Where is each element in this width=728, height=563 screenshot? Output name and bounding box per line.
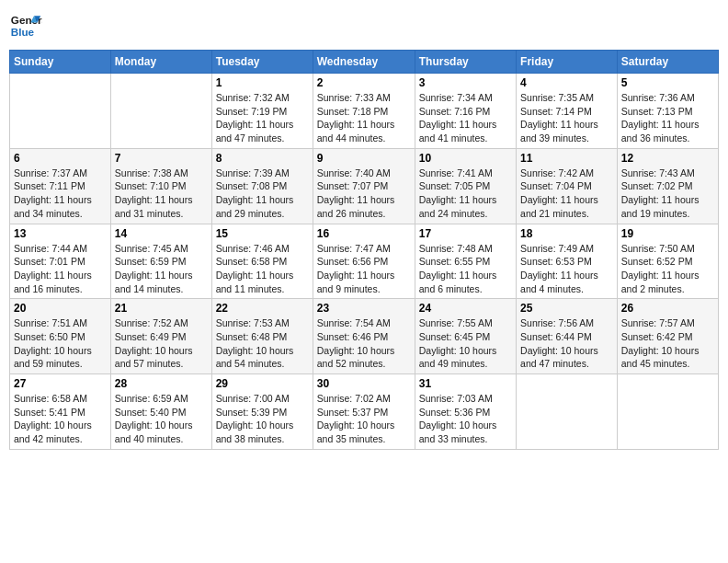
day-info: Sunrise: 6:58 AMSunset: 5:41 PMDaylight:… [14, 392, 107, 446]
day-info: Sunrise: 7:00 AMSunset: 5:39 PMDaylight:… [216, 392, 309, 446]
calendar-cell: 30 Sunrise: 7:02 AMSunset: 5:37 PMDaylig… [313, 374, 415, 450]
day-info: Sunrise: 7:46 AMSunset: 6:58 PMDaylight:… [216, 242, 309, 296]
day-info: Sunrise: 7:34 AMSunset: 7:16 PMDaylight:… [419, 91, 512, 145]
day-info: Sunrise: 7:02 AMSunset: 5:37 PMDaylight:… [317, 392, 411, 446]
calendar-cell: 21 Sunrise: 7:52 AMSunset: 6:49 PMDaylig… [110, 299, 211, 374]
day-info: Sunrise: 7:50 AMSunset: 6:52 PMDaylight:… [621, 242, 714, 296]
day-info: Sunrise: 7:53 AMSunset: 6:48 PMDaylight:… [216, 316, 309, 371]
calendar-week-4: 20 Sunrise: 7:51 AMSunset: 6:50 PMDaylig… [10, 299, 719, 374]
day-number: 26 [621, 302, 714, 315]
day-number: 3 [419, 76, 512, 89]
day-header-sunday: Sunday [10, 51, 111, 74]
calendar-cell [517, 374, 618, 450]
day-info: Sunrise: 7:51 AMSunset: 6:50 PMDaylight:… [14, 316, 107, 371]
day-number: 22 [216, 302, 309, 315]
day-info: Sunrise: 6:59 AMSunset: 5:40 PMDaylight:… [115, 392, 208, 446]
day-number: 14 [115, 227, 208, 240]
calendar-cell: 4 Sunrise: 7:35 AMSunset: 7:14 PMDayligh… [517, 74, 618, 149]
calendar-week-5: 27 Sunrise: 6:58 AMSunset: 5:41 PMDaylig… [10, 374, 719, 450]
calendar-cell: 28 Sunrise: 6:59 AMSunset: 5:40 PMDaylig… [110, 374, 211, 450]
calendar-cell: 1 Sunrise: 7:32 AMSunset: 7:19 PMDayligh… [211, 74, 313, 149]
day-header-saturday: Saturday [617, 51, 718, 74]
logo: General Blue [9, 9, 42, 42]
calendar-week-2: 6 Sunrise: 7:37 AMSunset: 7:11 PMDayligh… [10, 148, 719, 224]
day-header-thursday: Thursday [415, 51, 516, 74]
day-info: Sunrise: 7:45 AMSunset: 6:59 PMDaylight:… [115, 242, 208, 296]
day-number: 4 [520, 76, 613, 89]
day-info: Sunrise: 7:57 AMSunset: 6:42 PMDaylight:… [621, 316, 714, 371]
calendar-cell: 20 Sunrise: 7:51 AMSunset: 6:50 PMDaylig… [10, 299, 111, 374]
day-info: Sunrise: 7:44 AMSunset: 7:01 PMDaylight:… [14, 242, 107, 296]
day-info: Sunrise: 7:47 AMSunset: 6:56 PMDaylight:… [317, 242, 411, 296]
day-info: Sunrise: 7:32 AMSunset: 7:19 PMDaylight:… [216, 91, 309, 145]
day-number: 19 [621, 227, 714, 240]
calendar-cell: 24 Sunrise: 7:55 AMSunset: 6:45 PMDaylig… [415, 299, 516, 374]
day-number: 29 [216, 377, 309, 390]
calendar-cell: 19 Sunrise: 7:50 AMSunset: 6:52 PMDaylig… [617, 224, 718, 299]
day-info: Sunrise: 7:48 AMSunset: 6:55 PMDaylight:… [419, 242, 512, 296]
page-header: General Blue [9, 9, 719, 42]
day-header-friday: Friday [517, 51, 618, 74]
calendar-cell [617, 374, 718, 450]
day-number: 13 [14, 227, 107, 240]
calendar-cell: 12 Sunrise: 7:43 AMSunset: 7:02 PMDaylig… [617, 148, 718, 224]
day-number: 6 [14, 152, 107, 165]
calendar-cell: 8 Sunrise: 7:39 AMSunset: 7:08 PMDayligh… [211, 148, 313, 224]
calendar-cell: 14 Sunrise: 7:45 AMSunset: 6:59 PMDaylig… [110, 224, 211, 299]
calendar-cell: 17 Sunrise: 7:48 AMSunset: 6:55 PMDaylig… [415, 224, 516, 299]
calendar-cell: 6 Sunrise: 7:37 AMSunset: 7:11 PMDayligh… [10, 148, 111, 224]
day-number: 31 [419, 377, 512, 390]
day-number: 28 [115, 377, 208, 390]
day-info: Sunrise: 7:33 AMSunset: 7:18 PMDaylight:… [317, 91, 411, 145]
calendar-cell: 13 Sunrise: 7:44 AMSunset: 7:01 PMDaylig… [10, 224, 111, 299]
day-number: 11 [520, 152, 613, 165]
day-number: 9 [317, 152, 411, 165]
day-header-tuesday: Tuesday [211, 51, 313, 74]
day-number: 5 [621, 76, 714, 89]
calendar-cell: 9 Sunrise: 7:40 AMSunset: 7:07 PMDayligh… [313, 148, 415, 224]
calendar-cell: 18 Sunrise: 7:49 AMSunset: 6:53 PMDaylig… [517, 224, 618, 299]
calendar-cell [110, 74, 211, 149]
calendar-cell: 25 Sunrise: 7:56 AMSunset: 6:44 PMDaylig… [517, 299, 618, 374]
day-number: 2 [317, 76, 411, 89]
calendar-cell: 26 Sunrise: 7:57 AMSunset: 6:42 PMDaylig… [617, 299, 718, 374]
calendar-cell: 11 Sunrise: 7:42 AMSunset: 7:04 PMDaylig… [517, 148, 618, 224]
day-number: 1 [216, 76, 309, 89]
calendar-week-1: 1 Sunrise: 7:32 AMSunset: 7:19 PMDayligh… [10, 74, 719, 149]
day-number: 16 [317, 227, 411, 240]
calendar-cell: 16 Sunrise: 7:47 AMSunset: 6:56 PMDaylig… [313, 224, 415, 299]
day-info: Sunrise: 7:41 AMSunset: 7:05 PMDaylight:… [419, 167, 512, 221]
calendar-table: SundayMondayTuesdayWednesdayThursdayFrid… [9, 50, 719, 450]
day-number: 17 [419, 227, 512, 240]
day-number: 18 [520, 227, 613, 240]
calendar-cell: 31 Sunrise: 7:03 AMSunset: 5:36 PMDaylig… [415, 374, 516, 450]
day-info: Sunrise: 7:49 AMSunset: 6:53 PMDaylight:… [520, 242, 613, 296]
day-info: Sunrise: 7:03 AMSunset: 5:36 PMDaylight:… [419, 392, 512, 446]
calendar-cell: 22 Sunrise: 7:53 AMSunset: 6:48 PMDaylig… [211, 299, 313, 374]
day-info: Sunrise: 7:38 AMSunset: 7:10 PMDaylight:… [115, 167, 208, 221]
day-number: 21 [115, 302, 208, 315]
calendar-cell: 3 Sunrise: 7:34 AMSunset: 7:16 PMDayligh… [415, 74, 516, 149]
calendar-cell [10, 74, 111, 149]
day-number: 10 [419, 152, 512, 165]
day-info: Sunrise: 7:36 AMSunset: 7:13 PMDaylight:… [621, 91, 714, 145]
logo-icon: General Blue [9, 9, 42, 42]
day-number: 24 [419, 302, 512, 315]
calendar-cell: 5 Sunrise: 7:36 AMSunset: 7:13 PMDayligh… [617, 74, 718, 149]
day-number: 27 [14, 377, 107, 390]
day-number: 12 [621, 152, 714, 165]
calendar-cell: 29 Sunrise: 7:00 AMSunset: 5:39 PMDaylig… [211, 374, 313, 450]
day-number: 8 [216, 152, 309, 165]
calendar-cell: 15 Sunrise: 7:46 AMSunset: 6:58 PMDaylig… [211, 224, 313, 299]
day-header-monday: Monday [110, 51, 211, 74]
day-info: Sunrise: 7:42 AMSunset: 7:04 PMDaylight:… [520, 167, 613, 221]
day-number: 23 [317, 302, 411, 315]
day-info: Sunrise: 7:56 AMSunset: 6:44 PMDaylight:… [520, 316, 613, 371]
day-info: Sunrise: 7:54 AMSunset: 6:46 PMDaylight:… [317, 316, 411, 371]
calendar-header-row: SundayMondayTuesdayWednesdayThursdayFrid… [10, 51, 719, 74]
day-number: 25 [520, 302, 613, 315]
day-info: Sunrise: 7:37 AMSunset: 7:11 PMDaylight:… [14, 167, 107, 221]
day-number: 20 [14, 302, 107, 315]
calendar-cell: 27 Sunrise: 6:58 AMSunset: 5:41 PMDaylig… [10, 374, 111, 450]
day-info: Sunrise: 7:55 AMSunset: 6:45 PMDaylight:… [419, 316, 512, 371]
